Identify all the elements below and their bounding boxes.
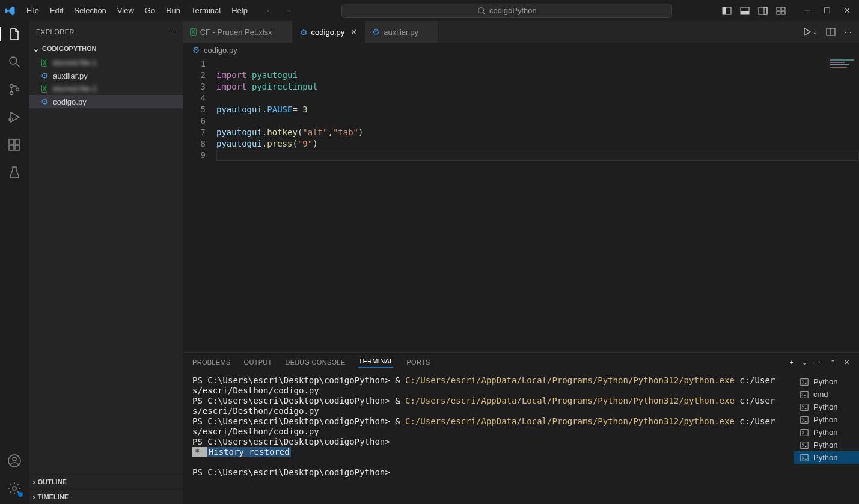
sidebar-more-icon[interactable]: ⋯ (169, 28, 176, 35)
powershell-icon (800, 441, 809, 449)
svg-point-12 (10, 57, 17, 64)
svg-rect-8 (777, 7, 780, 10)
powershell-icon (800, 416, 809, 424)
chevron-down-icon: ⌄ (32, 44, 40, 53)
svg-rect-9 (781, 7, 785, 10)
editor-tab[interactable]: XCF - Pruden Pet.xlsx✕ (183, 21, 293, 43)
editor-tab[interactable]: ⚙auxiliar.py✕ (365, 21, 439, 43)
tab-label: auxiliar.py (384, 28, 418, 37)
svg-line-13 (16, 64, 20, 67)
svg-rect-5 (741, 11, 749, 14)
panel-tab-problems[interactable]: PROBLEMS (192, 359, 231, 366)
panel-tab-terminal[interactable]: TERMINAL (358, 357, 393, 368)
activity-run-debug-icon[interactable] (7, 110, 22, 124)
panel-tab-row: PROBLEMSOUTPUTDEBUG CONSOLETERMINALPORTS… (183, 353, 859, 372)
tab-label: codigo.py (311, 28, 345, 37)
file-label: auxiliar.py (53, 71, 88, 80)
file-label: codigo.py (53, 97, 87, 106)
terminal-list-label: Python (813, 415, 837, 424)
terminal-list-item[interactable]: Python (794, 439, 859, 451)
sidebar-explorer: EXPLORER ⋯ ⌄ CODIGOPYTHON Xblurred-file-… (29, 21, 183, 504)
activity-search-icon[interactable] (7, 55, 22, 69)
command-center-search[interactable]: codigoPython (341, 4, 672, 18)
menu-help[interactable]: Help (227, 4, 252, 17)
window-close-icon[interactable]: ✕ (844, 6, 851, 15)
code-editor[interactable]: 123456789 import pyautoguiimport pydirec… (183, 57, 859, 352)
split-editor-icon[interactable] (826, 27, 836, 37)
file-row[interactable]: Xblurred-file-1 (29, 56, 183, 69)
panel-close-icon[interactable]: ✕ (844, 359, 849, 366)
file-row[interactable]: Xblurred-file-2 (29, 82, 183, 95)
terminal-list-label: Python (813, 377, 837, 386)
menu-edit[interactable]: Edit (45, 4, 68, 17)
minimap[interactable] (830, 59, 854, 76)
sidebar-section-outline[interactable]: ›OUTLINE (29, 474, 183, 489)
svg-rect-7 (764, 7, 767, 14)
window-minimize-icon[interactable]: ─ (805, 6, 810, 15)
powershell-icon (800, 403, 809, 411)
panel-tab-ports[interactable]: PORTS (406, 359, 430, 366)
menu-terminal[interactable]: Terminal (186, 4, 225, 17)
terminal-list: PythoncmdPythonPythonPythonPythonPython (794, 372, 859, 504)
search-text: codigoPython (489, 6, 537, 15)
terminal-history-restored: * History restored (192, 447, 784, 457)
activity-explorer-icon[interactable] (7, 27, 22, 41)
activity-bar (0, 21, 29, 504)
editor-tab[interactable]: ⚙codigo.py✕ (293, 21, 365, 43)
file-row[interactable]: ⚙codigo.py (29, 95, 183, 108)
svg-point-15 (10, 92, 13, 95)
menu-file[interactable]: File (22, 4, 44, 17)
activity-source-control-icon[interactable] (7, 82, 22, 97)
menu-bar: FileEditSelectionViewGoRunTerminalHelp (22, 4, 252, 17)
powershell-icon (800, 454, 809, 462)
terminal-list-item[interactable]: Python (794, 451, 859, 464)
terminal-dropdown-icon[interactable]: ⌄ (802, 359, 807, 366)
layout-left-icon[interactable] (722, 6, 732, 16)
svg-rect-28 (801, 391, 808, 398)
file-row[interactable]: ⚙auxiliar.py (29, 69, 183, 82)
activity-extensions-icon[interactable] (7, 138, 22, 152)
svg-rect-21 (15, 139, 20, 144)
sidebar-folder-toggle[interactable]: ⌄ CODIGOPYTHON (29, 42, 183, 55)
activity-accounts-icon[interactable] (7, 454, 22, 468)
terminal-list-item[interactable]: Python (794, 375, 859, 388)
new-terminal-icon[interactable]: + (790, 359, 793, 366)
menu-go[interactable]: Go (140, 4, 160, 17)
svg-rect-19 (9, 145, 14, 150)
tab-label: CF - Pruden Pet.xlsx (200, 28, 272, 37)
menu-selection[interactable]: Selection (69, 4, 111, 17)
layout-right-icon[interactable] (758, 6, 768, 16)
nav-forward-icon[interactable]: → (284, 6, 292, 15)
menu-run[interactable]: Run (161, 4, 185, 17)
terminal-list-label: cmd (813, 390, 828, 399)
window-maximize-icon[interactable]: ☐ (824, 6, 831, 15)
activity-testing-icon[interactable] (7, 165, 22, 180)
panel-tab-debug-console[interactable]: DEBUG CONSOLE (286, 359, 346, 366)
nav-back-icon[interactable]: ← (266, 6, 274, 15)
svg-rect-20 (15, 145, 20, 150)
editor-more-icon[interactable]: ⋯ (844, 28, 852, 37)
terminal-list-item[interactable]: Python (794, 401, 859, 413)
bottom-panel: PROBLEMSOUTPUTDEBUG CONSOLETERMINALPORTS… (183, 352, 859, 504)
vscode-logo-icon (5, 5, 16, 16)
layout-customize-icon[interactable] (776, 6, 786, 16)
activity-settings-icon[interactable] (7, 481, 22, 496)
panel-more-icon[interactable]: ⋯ (815, 359, 822, 366)
terminal-line: PS C:\Users\escri\Desktop\codigoPython> (192, 437, 784, 447)
terminal-list-item[interactable]: Python (794, 426, 859, 439)
terminal-list-item[interactable]: Python (794, 413, 859, 426)
svg-point-23 (13, 457, 16, 461)
panel-tab-output[interactable]: OUTPUT (244, 359, 272, 366)
menu-view[interactable]: View (112, 4, 139, 17)
terminal-output[interactable]: PS C:\Users\escri\Desktop\codigoPython> … (183, 372, 794, 504)
sidebar-section-timeline[interactable]: ›TIMELINE (29, 489, 183, 504)
close-icon[interactable]: ✕ (350, 28, 357, 37)
python-file-icon: ⚙ (300, 28, 308, 37)
svg-rect-10 (777, 11, 780, 14)
breadcrumb[interactable]: ⚙ codigo.py (183, 43, 859, 57)
terminal-list-item[interactable]: cmd (794, 388, 859, 401)
python-file-icon: ⚙ (192, 45, 200, 55)
run-file-icon[interactable]: ⌄ (802, 27, 818, 37)
panel-maximize-icon[interactable]: ⌃ (830, 359, 836, 366)
layout-bottom-icon[interactable] (740, 6, 750, 16)
